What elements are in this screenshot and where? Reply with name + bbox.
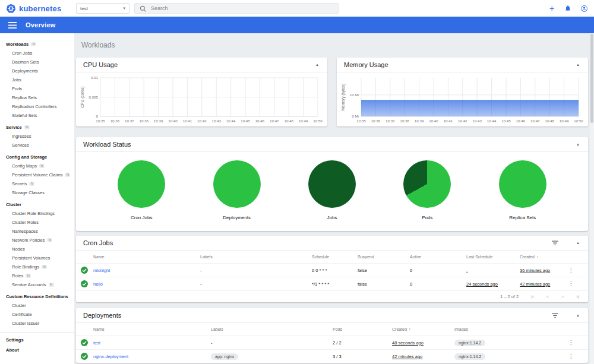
namespaced-badge: N [39, 164, 45, 169]
row-actions-menu-button[interactable]: ⋮ [568, 353, 574, 359]
sidebar-item-cluster-issuer[interactable]: Cluster Issuer [0, 319, 74, 328]
sidebar-item-label: Persistent Volumes [12, 255, 50, 261]
sidebar-item-daemon-sets[interactable]: Daemon Sets [0, 58, 74, 67]
collapse-card-button[interactable]: ▲ [575, 141, 581, 147]
column-header-suspend[interactable]: Suspend [358, 255, 410, 259]
column-header-active[interactable]: Active [410, 255, 466, 259]
svg-text:10:44: 10:44 [487, 119, 497, 123]
filter-button[interactable] [551, 239, 560, 247]
created-link[interactable]: 42 minutes ago [392, 354, 422, 359]
collapse-card-button[interactable]: ▲ [575, 62, 581, 68]
column-header-name[interactable]: Name [93, 327, 211, 331]
collapse-card-button[interactable]: ▲ [575, 240, 581, 246]
row-actions-menu-button[interactable]: ⋮ [568, 267, 574, 273]
caret-up-icon: ▲ [576, 143, 580, 146]
column-header-last-schedule[interactable]: Last Schedule [466, 255, 520, 259]
sidebar-item-replication-controllers[interactable]: Replication Controllers [0, 102, 74, 111]
caret-up-icon: ▲ [576, 241, 580, 245]
user-account-button[interactable] [579, 3, 589, 14]
sidebar-item-persistent-volume-claims[interactable]: Persistent Volume ClaimsN [0, 170, 74, 179]
sidebar-item-secrets[interactable]: SecretsN [0, 179, 74, 188]
sidebar-section-workloads[interactable]: WorkloadsN [0, 40, 74, 49]
column-header-schedule[interactable]: Schedule [312, 255, 358, 259]
column-header-name[interactable]: Name [93, 255, 200, 259]
last_schedule-link[interactable]: 24 seconds ago [466, 281, 498, 287]
last_schedule-link[interactable]: - [466, 268, 468, 273]
svg-text:CPU (cores): CPU (cores) [80, 87, 85, 108]
sidebar-item-config-maps[interactable]: Config MapsN [0, 162, 74, 170]
scrollbar-thumb[interactable] [590, 34, 593, 123]
sidebar-item-storage-classes[interactable]: Storage Classes [0, 188, 74, 197]
sidebar-item-about[interactable]: About [0, 345, 74, 355]
svg-text:0: 0 [96, 114, 99, 118]
search-input[interactable] [151, 5, 333, 11]
column-header-pods[interactable]: Pods [333, 327, 392, 331]
name-link[interactable]: nginx-deployment [93, 354, 128, 359]
previous-page-button[interactable]: < [546, 294, 549, 299]
row-actions-menu-button[interactable]: ⋮ [568, 281, 574, 287]
sidebar-item-certificate[interactable]: Certificate [0, 310, 74, 319]
column-header-labels[interactable]: Labels [200, 255, 312, 259]
sidebar-item-cluster-roles[interactable]: Cluster Roles [0, 218, 74, 227]
created-link[interactable]: 36 minutes ago [520, 268, 550, 273]
sidebar-item-namespaces[interactable]: Namespaces [0, 227, 74, 236]
first-page-button[interactable]: |< [531, 294, 534, 299]
pie-label: Replica Sets [509, 215, 536, 220]
account-icon [580, 5, 588, 12]
last-page-button[interactable]: >| [576, 294, 579, 299]
status-ok-icon [81, 267, 93, 274]
sidebar-item-role-bindings[interactable]: Role BindingsN [0, 262, 74, 271]
sidebar-item-persistent-volumes[interactable]: Persistent Volumes [0, 254, 74, 262]
hamburger-menu-icon[interactable] [8, 22, 17, 29]
vertical-scrollbar[interactable] [590, 33, 594, 364]
sidebar-section-custom-resource-definitions[interactable]: Custom Resource Definitions [0, 292, 74, 301]
sidebar-item-roles[interactable]: RolesN [0, 271, 74, 280]
create-resource-button[interactable]: + [546, 3, 557, 14]
namespace-selector[interactable]: test ▾ [76, 3, 129, 14]
sidebar-item-nodes[interactable]: Nodes [0, 245, 74, 254]
images-cell: nginx:1.14.2 [454, 353, 563, 360]
sidebar-item-stateful-sets[interactable]: Stateful Sets [0, 111, 74, 120]
sidebar-section-cluster[interactable]: Cluster [0, 200, 74, 209]
created-link[interactable]: 48 seconds ago [392, 340, 424, 346]
sidebar-item-pods[interactable]: Pods [0, 84, 74, 93]
sidebar-item-label: Role Bindings [12, 264, 39, 270]
svg-text:10 Mi: 10 Mi [350, 93, 359, 97]
column-header-created[interactable]: Created↑ [392, 327, 454, 331]
column-header-labels[interactable]: Labels [211, 327, 333, 331]
sidebar-item-services[interactable]: Services [0, 141, 74, 150]
column-header-images[interactable]: Images [454, 327, 563, 331]
name-link[interactable]: hello [93, 281, 103, 287]
sidebar-section-service[interactable]: ServiceN [0, 123, 74, 132]
name-link[interactable]: test [93, 340, 100, 346]
sidebar-section-config-and-storage[interactable]: Config and Storage [0, 153, 74, 162]
row-actions-menu-button[interactable]: ⋮ [568, 340, 574, 346]
sidebar-item-settings[interactable]: Settings [0, 335, 74, 345]
name-link[interactable]: midnight [93, 268, 110, 273]
notifications-button[interactable] [563, 3, 573, 14]
column-header-label: Created [392, 327, 407, 331]
images-chip: nginx:1.14.2 [454, 340, 485, 346]
column-header-created[interactable]: Created↑ [520, 255, 563, 259]
svg-text:10:48: 10:48 [284, 119, 293, 123]
sidebar-item-cron-jobs[interactable]: Cron Jobs [0, 49, 74, 58]
pie-chart [403, 160, 451, 208]
collapse-card-button[interactable]: ▲ [314, 62, 320, 68]
kubernetes-logo-icon [6, 4, 16, 14]
filter-button[interactable] [551, 312, 560, 319]
sidebar-item-cluster[interactable]: Cluster [0, 301, 74, 310]
sidebar-item-replica-sets[interactable]: Replica Sets [0, 93, 74, 102]
sort-ascending-icon: ↑ [409, 327, 411, 331]
row-actions: ⋮ [563, 267, 580, 273]
sidebar-item-jobs[interactable]: Jobs [0, 75, 74, 84]
sidebar-item-service-accounts[interactable]: Service AccountsN [0, 280, 74, 289]
created-link[interactable]: 42 minutes ago [520, 281, 550, 287]
sidebar-item-network-policies[interactable]: Network PoliciesN [0, 236, 74, 245]
sidebar-item-cluster-role-bindings[interactable]: Cluster Role Bindings [0, 209, 74, 218]
namespaced-badge: N [65, 173, 70, 178]
card-title: Workload Status [83, 141, 131, 148]
sidebar-item-deployments[interactable]: Deployments [0, 67, 74, 75]
sidebar-item-ingresses[interactable]: Ingresses [0, 132, 74, 141]
collapse-card-button[interactable]: ▲ [575, 312, 581, 318]
next-page-button[interactable]: > [561, 294, 564, 299]
